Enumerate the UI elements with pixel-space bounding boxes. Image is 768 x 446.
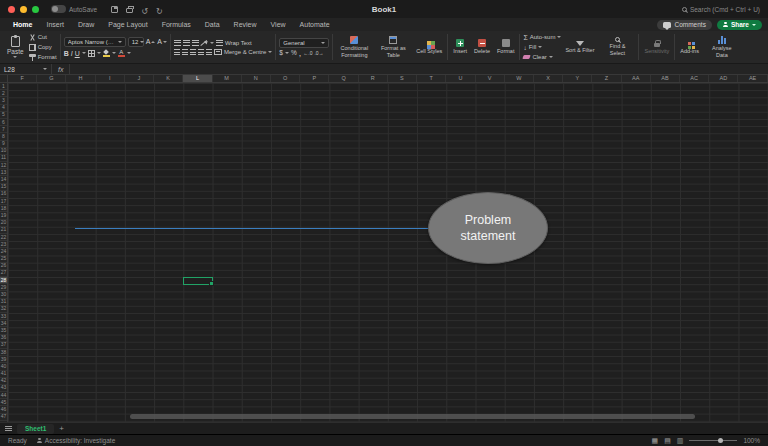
align-bottom-icon[interactable] bbox=[192, 40, 199, 46]
row-header-32[interactable]: 32 bbox=[0, 306, 7, 313]
column-header-T[interactable]: T bbox=[417, 75, 446, 82]
page-layout-view-icon[interactable]: ▤ bbox=[664, 437, 671, 444]
format-cells-button[interactable]: Format bbox=[495, 39, 516, 55]
select-all-corner[interactable] bbox=[0, 75, 8, 82]
column-header-AD[interactable]: AD bbox=[709, 75, 738, 82]
column-header-Y[interactable]: Y bbox=[563, 75, 592, 82]
name-box[interactable]: L28 bbox=[0, 64, 52, 74]
column-header-M[interactable]: M bbox=[213, 75, 242, 82]
fill-button[interactable]: Fill bbox=[523, 43, 561, 51]
column-header-Q[interactable]: Q bbox=[329, 75, 358, 82]
formula-input[interactable] bbox=[70, 64, 768, 74]
ribbon-tab-draw[interactable]: Draw bbox=[71, 18, 101, 31]
accessibility-button[interactable]: Accessibility: Investigate bbox=[37, 437, 115, 444]
column-header-F[interactable]: F bbox=[8, 75, 37, 82]
sensitivity-button[interactable]: Sensitivity bbox=[642, 40, 671, 55]
bold-button[interactable]: B bbox=[64, 50, 69, 57]
insert-function-button[interactable]: fx bbox=[52, 64, 70, 74]
ribbon-tab-insert[interactable]: Insert bbox=[39, 18, 71, 31]
column-header-N[interactable]: N bbox=[242, 75, 271, 82]
ribbon-tab-automate[interactable]: Automate bbox=[293, 18, 337, 31]
currency-format-button[interactable] bbox=[279, 50, 283, 57]
undo-icon[interactable] bbox=[141, 0, 148, 18]
row-header-21[interactable]: 21 bbox=[0, 227, 7, 234]
fill-color-icon[interactable] bbox=[103, 50, 110, 57]
align-top-icon[interactable] bbox=[174, 40, 181, 46]
column-header-U[interactable]: U bbox=[446, 75, 475, 82]
column-header-G[interactable]: G bbox=[37, 75, 66, 82]
row-header-37[interactable]: 37 bbox=[0, 342, 7, 349]
cut-button[interactable]: Cut bbox=[29, 33, 57, 41]
insert-cells-button[interactable]: Insert bbox=[451, 39, 469, 55]
column-header-AC[interactable]: AC bbox=[680, 75, 709, 82]
increase-font-size-button[interactable]: A bbox=[146, 38, 156, 45]
zoom-slider-thumb[interactable] bbox=[718, 438, 723, 443]
copy-button[interactable]: Copy bbox=[29, 43, 57, 51]
decrease-font-size-button[interactable]: A bbox=[157, 38, 167, 45]
format-painter-button[interactable]: Format bbox=[29, 53, 57, 61]
comma-format-button[interactable] bbox=[299, 52, 302, 54]
normal-view-icon[interactable]: ▦ bbox=[652, 437, 659, 444]
sheet-list-icon[interactable] bbox=[5, 426, 12, 431]
increase-decimal-button[interactable] bbox=[303, 51, 312, 56]
analyse-data-button[interactable]: Analyse Data bbox=[704, 36, 740, 58]
column-header-R[interactable]: R bbox=[359, 75, 388, 82]
column-header-AE[interactable]: AE bbox=[738, 75, 767, 82]
number-format-select[interactable]: General bbox=[279, 38, 329, 48]
row-header-43[interactable]: 43 bbox=[0, 385, 7, 392]
underline-button[interactable]: U bbox=[75, 50, 80, 57]
row-header-27[interactable]: 27 bbox=[0, 270, 7, 277]
cell-styles-button[interactable]: Cell Styles bbox=[414, 39, 444, 55]
delete-cells-button[interactable]: Delete bbox=[472, 39, 492, 55]
row-header-16[interactable]: 16 bbox=[0, 191, 7, 198]
autosave-toggle[interactable] bbox=[51, 5, 66, 13]
row-header-5[interactable]: 5 bbox=[0, 112, 7, 119]
column-header-P[interactable]: P bbox=[300, 75, 329, 82]
ribbon-tab-home[interactable]: Home bbox=[6, 18, 39, 31]
column-header-W[interactable]: W bbox=[505, 75, 534, 82]
row-header-11[interactable]: 11 bbox=[0, 155, 7, 162]
column-header-K[interactable]: K bbox=[154, 75, 183, 82]
page-break-view-icon[interactable]: ▥ bbox=[677, 437, 684, 444]
ribbon-tab-review[interactable]: Review bbox=[227, 18, 264, 31]
minimize-window-button[interactable] bbox=[20, 6, 27, 13]
ribbon-tab-view[interactable]: View bbox=[264, 18, 293, 31]
comments-button[interactable]: Comments bbox=[657, 20, 711, 30]
paste-button[interactable]: Paste bbox=[4, 36, 27, 58]
add-sheet-button[interactable]: + bbox=[59, 425, 64, 433]
increase-indent-icon[interactable] bbox=[206, 49, 212, 55]
ribbon-tab-page-layout[interactable]: Page Layout bbox=[101, 18, 154, 31]
sheet-tab-sheet1[interactable]: Sheet1 bbox=[17, 424, 54, 434]
wrap-text-button[interactable]: Wrap Text bbox=[225, 40, 252, 46]
autosum-button[interactable]: Auto-sum bbox=[523, 33, 561, 41]
align-left-icon[interactable] bbox=[174, 49, 180, 55]
format-as-table-button[interactable]: Format as Table bbox=[375, 36, 411, 58]
print-icon[interactable] bbox=[126, 8, 133, 13]
clear-button[interactable]: Clear bbox=[523, 53, 561, 61]
column-header-V[interactable]: V bbox=[476, 75, 505, 82]
cell-grid[interactable] bbox=[8, 83, 768, 422]
text-orientation-icon[interactable] bbox=[201, 40, 208, 47]
column-header-H[interactable]: H bbox=[66, 75, 95, 82]
sort-filter-button[interactable]: Sort & Filter bbox=[563, 41, 596, 54]
align-right-icon[interactable] bbox=[190, 49, 196, 55]
problem-statement-ellipse-shape[interactable]: Problem statement bbox=[428, 192, 548, 264]
column-header-L[interactable]: L bbox=[183, 75, 212, 82]
zoom-slider[interactable] bbox=[689, 440, 737, 441]
ribbon-tab-data[interactable]: Data bbox=[198, 18, 227, 31]
horizontal-scrollbar[interactable] bbox=[130, 414, 695, 419]
font-size-select[interactable]: 12 bbox=[128, 37, 144, 47]
zoom-window-button[interactable] bbox=[32, 6, 39, 13]
search-box[interactable]: Search (Cmd + Ctrl + U) bbox=[682, 6, 760, 13]
redo-icon[interactable] bbox=[156, 0, 163, 18]
align-middle-icon[interactable] bbox=[183, 40, 190, 46]
save-icon[interactable] bbox=[111, 6, 118, 13]
connector-line-shape[interactable] bbox=[75, 228, 429, 229]
column-header-AA[interactable]: AA bbox=[622, 75, 651, 82]
column-header-S[interactable]: S bbox=[388, 75, 417, 82]
align-center-icon[interactable] bbox=[182, 49, 188, 55]
conditional-formatting-button[interactable]: Conditional Formatting bbox=[336, 36, 372, 58]
column-header-O[interactable]: O bbox=[271, 75, 300, 82]
font-color-icon[interactable] bbox=[118, 49, 125, 58]
close-window-button[interactable] bbox=[8, 6, 15, 13]
